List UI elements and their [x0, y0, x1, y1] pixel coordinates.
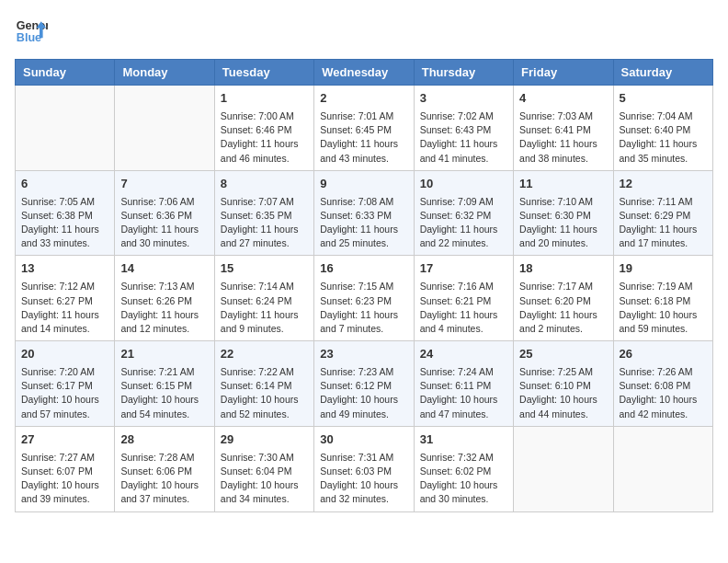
day-number: 19	[620, 260, 707, 278]
calendar-week-4: 20Sunrise: 7:20 AM Sunset: 6:17 PM Dayli…	[16, 341, 713, 427]
day-info: Sunrise: 7:17 AM Sunset: 6:20 PM Dayligh…	[519, 280, 607, 336]
calendar-cell: 1Sunrise: 7:00 AM Sunset: 6:46 PM Daylig…	[214, 86, 313, 171]
day-info: Sunrise: 7:14 AM Sunset: 6:24 PM Dayligh…	[221, 280, 308, 336]
day-info: Sunrise: 7:23 AM Sunset: 6:12 PM Dayligh…	[320, 365, 407, 421]
page-header: General Blue	[15, 15, 713, 48]
day-info: Sunrise: 7:09 AM Sunset: 6:32 PM Dayligh…	[420, 195, 507, 251]
day-info: Sunrise: 7:21 AM Sunset: 6:15 PM Dayligh…	[120, 365, 208, 421]
day-number: 22	[221, 346, 308, 363]
day-info: Sunrise: 7:20 AM Sunset: 6:17 PM Dayligh…	[21, 365, 108, 421]
calendar-cell: 10Sunrise: 7:09 AM Sunset: 6:32 PM Dayli…	[414, 170, 513, 256]
calendar-cell: 17Sunrise: 7:16 AM Sunset: 6:21 PM Dayli…	[414, 256, 513, 341]
calendar-cell	[613, 426, 712, 511]
calendar-cell: 4Sunrise: 7:03 AM Sunset: 6:41 PM Daylig…	[514, 86, 613, 171]
day-number: 26	[620, 346, 707, 363]
day-number: 4	[519, 90, 607, 108]
calendar-cell: 12Sunrise: 7:11 AM Sunset: 6:29 PM Dayli…	[613, 170, 712, 256]
calendar-cell: 5Sunrise: 7:04 AM Sunset: 6:40 PM Daylig…	[613, 86, 712, 171]
calendar-cell: 30Sunrise: 7:31 AM Sunset: 6:03 PM Dayli…	[314, 426, 414, 511]
svg-text:Blue: Blue	[17, 31, 41, 44]
day-number: 7	[120, 176, 208, 193]
calendar-cell: 26Sunrise: 7:26 AM Sunset: 6:08 PM Dayli…	[613, 341, 712, 427]
calendar-cell: 21Sunrise: 7:21 AM Sunset: 6:15 PM Dayli…	[115, 341, 214, 427]
day-info: Sunrise: 7:11 AM Sunset: 6:29 PM Dayligh…	[620, 195, 707, 251]
calendar-cell: 7Sunrise: 7:06 AM Sunset: 6:36 PM Daylig…	[115, 170, 214, 256]
day-info: Sunrise: 7:04 AM Sunset: 6:40 PM Dayligh…	[620, 109, 707, 166]
day-header-friday: Friday	[514, 60, 613, 86]
day-number: 11	[519, 176, 607, 193]
day-number: 2	[320, 90, 407, 108]
day-info: Sunrise: 7:32 AM Sunset: 6:02 PM Dayligh…	[420, 451, 507, 507]
day-number: 24	[420, 346, 507, 363]
calendar-cell: 23Sunrise: 7:23 AM Sunset: 6:12 PM Dayli…	[314, 341, 414, 427]
calendar-cell: 28Sunrise: 7:28 AM Sunset: 6:06 PM Dayli…	[115, 426, 214, 511]
day-number: 30	[320, 431, 407, 449]
day-info: Sunrise: 7:07 AM Sunset: 6:35 PM Dayligh…	[221, 195, 308, 251]
day-header-tuesday: Tuesday	[214, 60, 313, 86]
day-number: 14	[120, 260, 208, 278]
days-header-row: SundayMondayTuesdayWednesdayThursdayFrid…	[16, 60, 713, 86]
calendar-cell: 16Sunrise: 7:15 AM Sunset: 6:23 PM Dayli…	[314, 256, 414, 341]
day-number: 8	[221, 176, 308, 193]
day-number: 9	[320, 176, 407, 193]
day-number: 20	[21, 346, 108, 363]
calendar-cell: 3Sunrise: 7:02 AM Sunset: 6:43 PM Daylig…	[414, 86, 513, 171]
day-info: Sunrise: 7:16 AM Sunset: 6:21 PM Dayligh…	[420, 280, 507, 336]
day-info: Sunrise: 7:06 AM Sunset: 6:36 PM Dayligh…	[120, 195, 208, 251]
day-number: 21	[120, 346, 208, 363]
day-number: 17	[420, 260, 507, 278]
day-info: Sunrise: 7:25 AM Sunset: 6:10 PM Dayligh…	[519, 365, 607, 421]
day-number: 15	[221, 260, 308, 278]
day-header-thursday: Thursday	[414, 60, 513, 86]
day-info: Sunrise: 7:08 AM Sunset: 6:33 PM Dayligh…	[320, 195, 407, 251]
calendar-cell: 19Sunrise: 7:19 AM Sunset: 6:18 PM Dayli…	[613, 256, 712, 341]
calendar-cell: 9Sunrise: 7:08 AM Sunset: 6:33 PM Daylig…	[314, 170, 414, 256]
day-number: 25	[519, 346, 607, 363]
day-info: Sunrise: 7:01 AM Sunset: 6:45 PM Dayligh…	[320, 109, 407, 166]
day-header-saturday: Saturday	[613, 60, 712, 86]
calendar-cell: 2Sunrise: 7:01 AM Sunset: 6:45 PM Daylig…	[314, 86, 414, 171]
day-info: Sunrise: 7:02 AM Sunset: 6:43 PM Dayligh…	[420, 109, 507, 166]
day-number: 12	[620, 176, 707, 193]
calendar-cell: 22Sunrise: 7:22 AM Sunset: 6:14 PM Dayli…	[214, 341, 313, 427]
day-number: 10	[420, 176, 507, 193]
day-number: 31	[420, 431, 507, 449]
day-info: Sunrise: 7:31 AM Sunset: 6:03 PM Dayligh…	[320, 451, 407, 507]
day-header-monday: Monday	[115, 60, 214, 86]
day-info: Sunrise: 7:03 AM Sunset: 6:41 PM Dayligh…	[519, 109, 607, 166]
day-number: 3	[420, 90, 507, 108]
calendar-week-3: 13Sunrise: 7:12 AM Sunset: 6:27 PM Dayli…	[16, 256, 713, 341]
day-info: Sunrise: 7:28 AM Sunset: 6:06 PM Dayligh…	[120, 451, 208, 507]
calendar-cell: 13Sunrise: 7:12 AM Sunset: 6:27 PM Dayli…	[16, 256, 115, 341]
calendar-table: SundayMondayTuesdayWednesdayThursdayFrid…	[15, 59, 713, 512]
calendar-week-2: 6Sunrise: 7:05 AM Sunset: 6:38 PM Daylig…	[16, 170, 713, 256]
day-info: Sunrise: 7:26 AM Sunset: 6:08 PM Dayligh…	[620, 365, 707, 421]
day-number: 27	[21, 431, 108, 449]
day-info: Sunrise: 7:27 AM Sunset: 6:07 PM Dayligh…	[21, 451, 108, 507]
day-number: 13	[21, 260, 108, 278]
day-number: 23	[320, 346, 407, 363]
calendar-cell: 31Sunrise: 7:32 AM Sunset: 6:02 PM Dayli…	[414, 426, 513, 511]
day-info: Sunrise: 7:10 AM Sunset: 6:30 PM Dayligh…	[519, 195, 607, 251]
calendar-cell: 24Sunrise: 7:24 AM Sunset: 6:11 PM Dayli…	[414, 341, 513, 427]
day-info: Sunrise: 7:22 AM Sunset: 6:14 PM Dayligh…	[221, 365, 308, 421]
logo-icon: General Blue	[15, 15, 48, 48]
calendar-cell: 20Sunrise: 7:20 AM Sunset: 6:17 PM Dayli…	[16, 341, 115, 427]
day-info: Sunrise: 7:12 AM Sunset: 6:27 PM Dayligh…	[21, 280, 108, 336]
calendar-cell: 8Sunrise: 7:07 AM Sunset: 6:35 PM Daylig…	[214, 170, 313, 256]
day-number: 1	[221, 90, 308, 108]
day-header-wednesday: Wednesday	[314, 60, 414, 86]
day-info: Sunrise: 7:24 AM Sunset: 6:11 PM Dayligh…	[420, 365, 507, 421]
day-number: 5	[620, 90, 707, 108]
day-info: Sunrise: 7:05 AM Sunset: 6:38 PM Dayligh…	[21, 195, 108, 251]
day-info: Sunrise: 7:00 AM Sunset: 6:46 PM Dayligh…	[221, 109, 308, 166]
calendar-cell: 27Sunrise: 7:27 AM Sunset: 6:07 PM Dayli…	[16, 426, 115, 511]
day-number: 6	[21, 176, 108, 193]
calendar-cell	[115, 86, 214, 171]
day-number: 28	[120, 431, 208, 449]
day-info: Sunrise: 7:19 AM Sunset: 6:18 PM Dayligh…	[620, 280, 707, 336]
day-info: Sunrise: 7:15 AM Sunset: 6:23 PM Dayligh…	[320, 280, 407, 336]
day-number: 29	[221, 431, 308, 449]
calendar-cell: 15Sunrise: 7:14 AM Sunset: 6:24 PM Dayli…	[214, 256, 313, 341]
calendar-week-5: 27Sunrise: 7:27 AM Sunset: 6:07 PM Dayli…	[16, 426, 713, 511]
